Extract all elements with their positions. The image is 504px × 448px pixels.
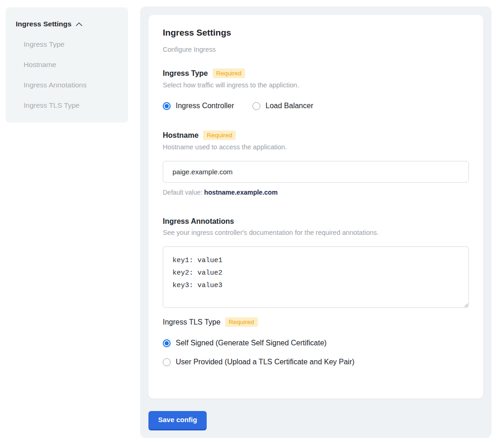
ingress-annotations-label: Ingress Annotations bbox=[163, 217, 234, 226]
hostname-label: Hostname bbox=[163, 131, 198, 140]
radio-unselected-icon bbox=[252, 102, 260, 110]
required-badge: Required bbox=[213, 68, 246, 78]
ingress-type-label: Ingress Type bbox=[163, 69, 208, 78]
required-badge: Required bbox=[203, 130, 236, 140]
radio-self-signed[interactable]: Self Signed (Generate Self Signed Certif… bbox=[163, 339, 469, 347]
radio-load-balancer[interactable]: Load Balancer bbox=[252, 102, 313, 110]
section-ingress-type: Ingress Type Required Select how traffic… bbox=[163, 68, 469, 110]
sidebar-item-ingress-annotations[interactable]: Ingress Annotations bbox=[24, 81, 128, 89]
settings-sidebar: Ingress Settings Ingress Type Hostname I… bbox=[6, 7, 128, 123]
required-badge: Required bbox=[225, 317, 258, 327]
section-ingress-tls-type: Ingress TLS Type Required Self Signed (G… bbox=[163, 317, 469, 366]
hostname-description: Hostname used to access the application. bbox=[163, 143, 469, 151]
sidebar-item-hostname[interactable]: Hostname bbox=[24, 61, 128, 69]
section-hostname: Hostname Required Hostname used to acces… bbox=[163, 130, 469, 196]
page-title: Ingress Settings bbox=[163, 28, 469, 38]
ingress-settings-card: Ingress Settings Configure Ingress Ingre… bbox=[148, 15, 483, 399]
radio-ingress-controller[interactable]: Ingress Controller bbox=[163, 102, 234, 110]
radio-selected-icon bbox=[163, 102, 171, 110]
ingress-settings-panel: Ingress Settings Configure Ingress Ingre… bbox=[140, 6, 492, 438]
radio-unselected-icon bbox=[163, 358, 171, 366]
chevron-up-icon bbox=[76, 22, 82, 26]
sidebar-section-ingress-settings[interactable]: Ingress Settings bbox=[16, 20, 128, 28]
default-value-label: Default value: bbox=[163, 189, 203, 196]
radio-label: User Provided (Upload a TLS Certificate … bbox=[176, 358, 355, 366]
sidebar-item-ingress-type[interactable]: Ingress Type bbox=[24, 40, 128, 49]
ingress-tls-type-label: Ingress TLS Type bbox=[163, 318, 221, 326]
radio-label: Ingress Controller bbox=[176, 102, 234, 110]
sidebar-item-ingress-tls-type[interactable]: Ingress TLS Type bbox=[24, 101, 128, 110]
radio-label: Self Signed (Generate Self Signed Certif… bbox=[176, 339, 326, 347]
sidebar-section-label: Ingress Settings bbox=[16, 20, 72, 28]
hostname-input[interactable] bbox=[163, 161, 469, 183]
ingress-annotations-textarea[interactable]: key1: value1 key2: value2 key3: value3 bbox=[163, 246, 469, 308]
hostname-default-line: Default value:hostname.example.com bbox=[163, 189, 469, 196]
section-ingress-annotations: Ingress Annotations See your ingress con… bbox=[163, 217, 469, 308]
default-value-text: hostname.example.com bbox=[204, 189, 278, 196]
radio-user-provided[interactable]: User Provided (Upload a TLS Certificate … bbox=[163, 358, 469, 366]
radio-selected-icon bbox=[163, 339, 171, 347]
save-config-button[interactable]: Save config bbox=[148, 411, 207, 430]
radio-label: Load Balancer bbox=[265, 102, 313, 110]
page-subtitle: Configure Ingress bbox=[163, 46, 469, 53]
ingress-type-description: Select how traffic will ingress to the a… bbox=[163, 81, 469, 89]
ingress-annotations-description: See your ingress controller's documentat… bbox=[163, 229, 469, 236]
